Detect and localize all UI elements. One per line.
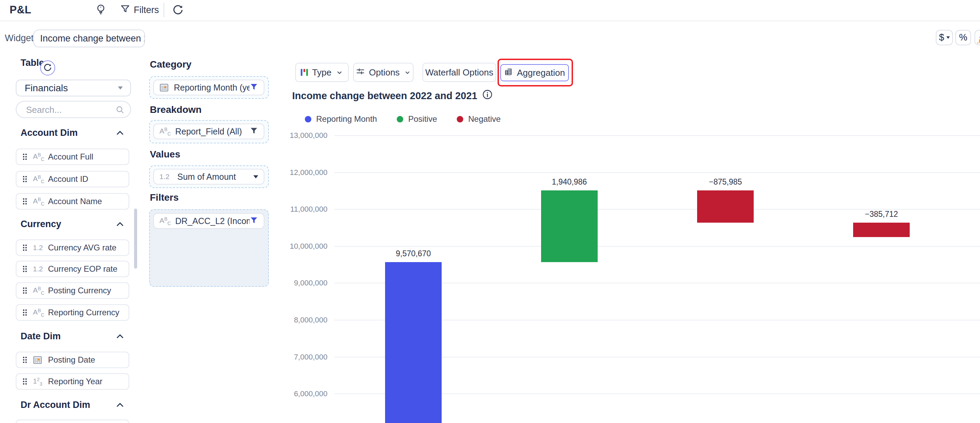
drag-handle-icon[interactable]	[23, 310, 27, 316]
chart-type-button[interactable]: Type	[295, 63, 349, 82]
gridline	[334, 172, 980, 173]
drag-handle-icon[interactable]	[23, 176, 27, 182]
funnel-icon	[120, 4, 130, 16]
text-field-icon: ABC	[33, 174, 44, 184]
number-field-icon: 1.2	[159, 172, 173, 181]
y-axis-tick-label: 6,000,000	[273, 389, 328, 399]
refresh-page-button[interactable]	[171, 3, 185, 17]
text-field-icon: ABC	[33, 308, 44, 318]
drag-handle-icon[interactable]	[23, 154, 27, 160]
category-field-label: Reporting Month (year...	[174, 83, 250, 93]
sidebar-scrollbar-thumb[interactable]	[134, 209, 137, 269]
waterfall-options-button[interactable]: Waterfall Options	[422, 63, 496, 82]
y-axis-tick-label: 12,000,000	[273, 168, 328, 178]
field-item[interactable]: 1.2Currency AVG rate	[16, 239, 129, 256]
decimal-format-button[interactable]: ← .0	[975, 30, 980, 45]
currency-format-button[interactable]: $	[936, 30, 953, 45]
refresh-icon	[43, 63, 52, 73]
values-field-label: Sum of Amount	[177, 172, 253, 182]
number-field-icon: 1.2	[33, 244, 43, 252]
gridline	[334, 246, 980, 247]
chevron-up-icon[interactable]	[116, 221, 124, 227]
drag-handle-icon[interactable]	[23, 287, 27, 294]
sidebar-section-header[interactable]: Currency	[21, 219, 124, 230]
sliders-icon	[356, 67, 365, 78]
filter-funnel-icon[interactable]	[250, 126, 258, 137]
info-icon[interactable]	[482, 89, 493, 102]
chevron-down-icon[interactable]	[253, 175, 258, 179]
number-field-icon: 1.2	[33, 265, 43, 273]
top-bar: P&L Filters	[0, 0, 980, 21]
chart-options-button[interactable]: Options	[353, 63, 414, 82]
table-source-value: Financials	[25, 83, 68, 94]
waterfall-bar[interactable]	[853, 223, 910, 237]
category-section-label: Category	[150, 59, 191, 70]
chevron-up-icon[interactable]	[116, 402, 124, 408]
values-field-pill[interactable]: 1.2 Sum of Amount	[153, 169, 264, 185]
field-item[interactable]: ABCAccount ID	[16, 171, 129, 187]
bar-chart-icon	[301, 69, 308, 76]
waterfall-bar[interactable]	[385, 262, 442, 423]
filters-field-pill[interactable]: ABC DR_ACC_L2 (Income)	[153, 213, 264, 229]
global-filters-label: Filters	[134, 5, 159, 16]
field-item[interactable]: ABCAccount Name	[16, 193, 129, 210]
legend-item[interactable]: Positive	[397, 114, 437, 124]
widget-row-label: Widget	[5, 33, 33, 43]
drag-handle-icon[interactable]	[23, 357, 27, 363]
text-field-icon: ABC	[159, 126, 171, 137]
field-item[interactable]: 1.2Currency EOP rate	[16, 261, 129, 277]
field-item[interactable]: ABCReporting Currency	[16, 304, 129, 321]
waterfall-bar[interactable]	[697, 190, 754, 223]
field-item[interactable]: ABCPosting Currency	[16, 283, 129, 299]
chart-title: Income change between 2022 and 2021	[292, 89, 493, 102]
sidebar-section-header[interactable]: Dr Account Dim	[21, 399, 124, 410]
legend-item[interactable]: Negative	[457, 114, 501, 124]
field-search	[16, 101, 131, 118]
insights-bulb-button[interactable]	[94, 3, 108, 17]
legend-dot	[457, 116, 463, 123]
waterfall-bar[interactable]	[541, 190, 598, 262]
breakdown-field-pill[interactable]: ABC Report_Field (All)	[153, 123, 264, 139]
y-axis-tick-label: 13,000,000	[273, 130, 328, 140]
table-refresh-button[interactable]	[40, 61, 55, 75]
page-title: P&L	[10, 4, 32, 16]
y-axis-tick-label: 9,000,000	[273, 278, 328, 288]
widget-name-input[interactable]	[33, 29, 145, 47]
drag-handle-icon[interactable]	[23, 244, 27, 251]
filter-funnel-icon[interactable]	[250, 83, 258, 93]
field-item[interactable]: ABCAccount Full	[16, 148, 129, 165]
text-field-icon: ABC	[33, 196, 44, 206]
breakdown-field-label: Report_Field (All)	[175, 126, 250, 137]
percent-format-button[interactable]: %	[955, 30, 971, 45]
drag-handle-icon[interactable]	[23, 198, 27, 204]
drag-handle-icon[interactable]	[23, 266, 27, 272]
category-field-pill[interactable]: Reporting Month (year...	[153, 80, 264, 95]
text-field-icon: ABC	[159, 216, 171, 226]
table-grid-icon	[504, 67, 512, 78]
sidebar-section-header[interactable]: Date Dim	[21, 331, 124, 342]
y-axis-tick-label: 8,000,000	[273, 315, 328, 325]
chevron-up-icon[interactable]	[116, 333, 124, 339]
field-item[interactable]: Posting Date	[16, 352, 129, 368]
y-axis-tick-label: 11,000,000	[273, 204, 328, 214]
topbar-divider	[164, 3, 164, 17]
field-item[interactable]: 123Reporting Year	[16, 373, 129, 390]
sidebar-section-header[interactable]: Account Dim	[21, 127, 124, 138]
search-icon	[115, 105, 125, 116]
chevron-down-icon	[947, 37, 950, 39]
chevron-up-icon[interactable]	[116, 130, 124, 136]
field-search-input[interactable]	[25, 103, 113, 117]
filter-funnel-icon[interactable]	[250, 216, 258, 226]
lightbulb-icon	[95, 3, 107, 17]
field-item-partial[interactable]	[16, 420, 129, 423]
drag-handle-icon[interactable]	[23, 378, 27, 385]
filters-field-label: DR_ACC_L2 (Income)	[175, 216, 250, 226]
table-source-select[interactable]: Financials	[16, 80, 131, 96]
legend-item[interactable]: Reporting Month	[305, 114, 377, 124]
breakdown-section-label: Breakdown	[150, 104, 202, 115]
filters-section-label: Filters	[150, 192, 179, 203]
aggregation-button[interactable]: Aggregation	[500, 64, 569, 81]
decimal-icon: .0	[977, 37, 980, 45]
global-filters-button[interactable]: Filters	[118, 3, 161, 17]
bar-value-label: 9,570,670	[376, 248, 451, 259]
